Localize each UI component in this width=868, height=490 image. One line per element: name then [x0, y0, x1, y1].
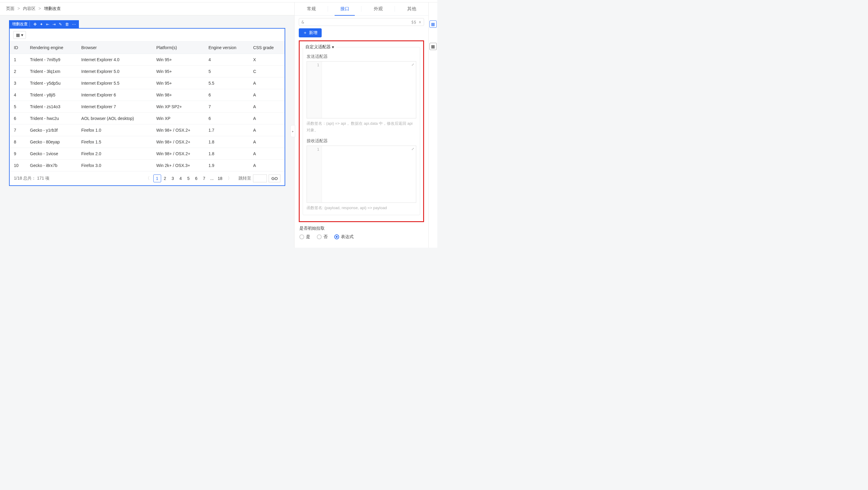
table-cell: Internet Explorer 7 — [77, 101, 152, 113]
page-number[interactable]: 5 — [185, 174, 192, 182]
table-cell: 3 — [10, 78, 26, 89]
table-cell: Win 95+ — [152, 78, 204, 89]
clear-icon[interactable]: ∧ — [418, 20, 421, 24]
init-fetch-radios: 是否表达式 — [299, 234, 424, 246]
radio-dot — [334, 234, 339, 239]
table-header-cell[interactable]: CSS grade — [249, 41, 285, 54]
table-cell: Win 98+ / OSX.2+ — [152, 136, 204, 148]
table-header-cell[interactable]: Browser — [77, 41, 152, 54]
expression-input-row[interactable]: & $$ ∧ — [299, 18, 424, 26]
table-cell: 4 — [10, 89, 26, 101]
table-cell: 6 — [10, 113, 26, 124]
table-row[interactable]: 1Trident - 7ml5y9Internet Explorer 4.0Wi… — [10, 54, 285, 66]
table-cell: 4 — [204, 54, 249, 66]
chevron-down-icon: ▾ — [21, 33, 23, 37]
table-cell: AOL browser (AOL desktop) — [77, 113, 152, 124]
move-icon[interactable]: ✥ — [33, 22, 37, 27]
jump-input[interactable] — [253, 174, 267, 182]
panel-tab[interactable]: 外观 — [362, 2, 395, 16]
breadcrumb-item[interactable]: 内容区 — [23, 6, 35, 11]
expr-prefix: & — [302, 20, 304, 24]
table-row[interactable]: 7Gecko - y1rb3fFirefox 1.0Win 98+ / OSX.… — [10, 124, 285, 136]
radio-label: 否 — [323, 234, 328, 239]
radio-option[interactable]: 否 — [317, 234, 328, 239]
go-button[interactable]: GO — [269, 174, 280, 182]
insert-icon[interactable]: ✦ — [40, 22, 43, 27]
add-button[interactable]: ＋ 新增 — [299, 28, 322, 37]
radio-option[interactable]: 表达式 — [334, 234, 353, 239]
align-left-icon[interactable]: ⇤ — [46, 22, 50, 27]
align-right-icon[interactable]: ⇥ — [53, 22, 56, 27]
selected-component[interactable]: ▦ ▾ IDRendering engineBrowserPlatform(s)… — [9, 28, 285, 186]
table-cell: Trident - y8ji5 — [26, 89, 77, 101]
right-collapse-handle[interactable]: ▸ — [290, 125, 295, 137]
table-cell: 1.8 — [204, 136, 249, 148]
table-cell: Trident - 3lq1xm — [26, 66, 77, 78]
table-cell: Win 98+ / OSX.2+ — [152, 148, 204, 160]
table-cell: Internet Explorer 5.5 — [77, 78, 152, 89]
table-row[interactable]: 3Trident - y5dp5uInternet Explorer 5.5Wi… — [10, 78, 285, 89]
more-icon[interactable]: ⋯ — [72, 22, 76, 27]
table-cell: Firefox 3.0 — [77, 160, 152, 171]
layout-icon[interactable]: ▦ — [430, 21, 437, 28]
page-number[interactable]: 1 — [153, 174, 161, 182]
next-page-icon[interactable]: 〉 — [226, 176, 234, 181]
expression-input[interactable] — [306, 20, 409, 24]
panel-tab[interactable]: 其他 — [395, 2, 428, 16]
line-number: 1 — [307, 146, 322, 203]
table-cell: 7 — [204, 101, 249, 113]
table-cell: Win XP — [152, 113, 204, 124]
edit-icon[interactable]: ✎ — [59, 22, 62, 27]
table-row[interactable]: 4Trident - y8ji5Internet Explorer 6Win 9… — [10, 89, 285, 101]
panel-tab[interactable]: 常规 — [294, 2, 328, 16]
chevron-down-icon: ▾ — [332, 45, 334, 50]
custom-adapter-legend[interactable]: 自定义适配器 ▾ — [303, 44, 336, 50]
radio-dot — [299, 234, 304, 239]
table-row[interactable]: 5Trident - zs14o3Internet Explorer 7Win … — [10, 101, 285, 113]
table-row[interactable]: 10Gecko - i8rx7bFirefox 3.0Win 2k+ / OSX… — [10, 160, 285, 171]
table-row[interactable]: 6Trident - hwc2uAOL browser (AOL desktop… — [10, 113, 285, 124]
send-adapter-editor[interactable]: 1 ⤢ — [307, 61, 416, 118]
table-header-cell[interactable]: ID — [10, 41, 26, 54]
expand-icon[interactable]: ⤢ — [411, 63, 414, 66]
page-number[interactable]: 2 — [161, 174, 169, 182]
grid-icon[interactable]: ▦ — [430, 43, 437, 50]
page-number[interactable]: 7 — [200, 174, 208, 182]
table-header-cell[interactable]: Engine version — [204, 41, 249, 54]
breadcrumb-item[interactable]: 页面 — [6, 6, 14, 11]
expand-icon[interactable]: ⤢ — [411, 147, 414, 151]
expr-suffix: $$ — [411, 20, 416, 24]
table-cell: Win 2k+ / OSX.3+ — [152, 160, 204, 171]
table-row[interactable]: 9Gecko - 1vioseFirefox 2.0Win 98+ / OSX.… — [10, 148, 285, 160]
page-number[interactable]: 3 — [169, 174, 177, 182]
table-cell: Trident - zs14o3 — [26, 101, 77, 113]
page-number[interactable]: 18 — [216, 174, 224, 182]
table-header-cell[interactable]: Platform(s) — [152, 41, 204, 54]
table-cell: 1 — [10, 54, 26, 66]
table-cell: Win 95+ — [152, 66, 204, 78]
table-header-cell[interactable]: Rendering engine — [26, 41, 77, 54]
table-summary: 1/18 总共： 171 项 — [14, 176, 50, 181]
table-cell: Gecko - 80eyap — [26, 136, 77, 148]
table-cell: 1.8 — [204, 148, 249, 160]
table-cell: Win XP SP2+ — [152, 101, 204, 113]
table-cell: 1.7 — [204, 124, 249, 136]
table-row[interactable]: 2Trident - 3lq1xmInternet Explorer 5.0Wi… — [10, 66, 285, 78]
table-cell: Trident - 7ml5y9 — [26, 54, 77, 66]
component-tag[interactable]: 增删改查 ✥ ✦ ⇤ ⇥ ✎ 🗑 ⋯ — [9, 20, 79, 28]
recv-adapter-editor[interactable]: 1 ⤢ — [307, 146, 416, 203]
table-row[interactable]: 8Gecko - 80eyapFirefox 1.5Win 98+ / OSX.… — [10, 136, 285, 148]
table-cell: A — [249, 113, 285, 124]
table-cell: Firefox 1.5 — [77, 136, 152, 148]
page-number[interactable]: 6 — [192, 174, 200, 182]
delete-icon[interactable]: 🗑 — [65, 22, 69, 27]
page-number[interactable]: 4 — [177, 174, 185, 182]
columns-toggle-button[interactable]: ▦ ▾ — [13, 31, 26, 39]
panel-tab[interactable]: 接口 — [328, 2, 362, 16]
canvas-area: 页面 > 内容区 > 增删改查 增删改查 ✥ ✦ ⇤ ⇥ ✎ 🗑 ⋯ — [0, 2, 294, 248]
top-toolbar — [0, 0, 437, 2]
prev-page-icon[interactable]: 〈 — [144, 176, 152, 181]
table-cell: Firefox 2.0 — [77, 148, 152, 160]
adapter-highlight-box: 自定义适配器 ▾ 发送适配器 1 ⤢ 函数签名：(api) => api， 数据… — [299, 40, 424, 222]
radio-option[interactable]: 是 — [299, 234, 310, 239]
